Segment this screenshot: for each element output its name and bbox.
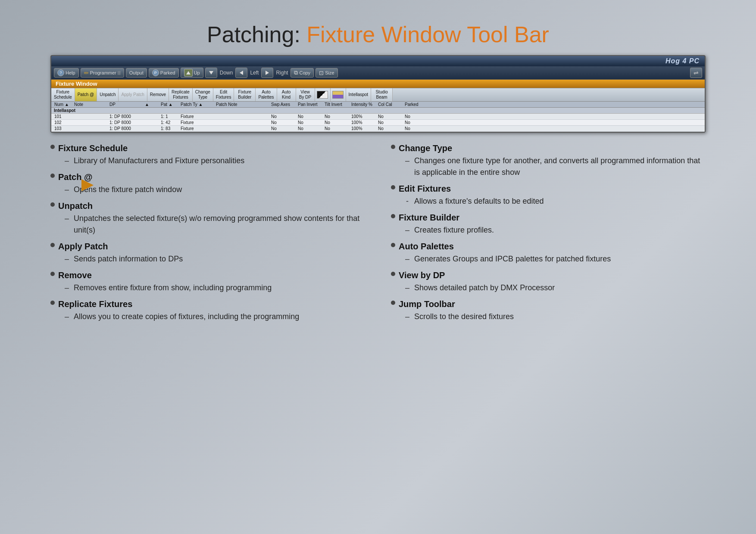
cell-patch-ty: Fixture xyxy=(179,120,214,125)
heading-auto-palettes: Auto Palettes xyxy=(399,240,454,252)
col-patch-ty[interactable]: Patch Ty ▲ xyxy=(179,102,214,107)
bullet-dot xyxy=(391,214,395,218)
dash-icon: – xyxy=(404,155,411,167)
left-column: Fixture Schedule – Library of Manufactur… xyxy=(50,142,365,327)
sub-auto-palettes: Generates Groups and IPCB palettes for p… xyxy=(414,253,611,265)
hog-main-toolbar: ? Help ✏ Programmer ||| Output P Parked xyxy=(51,66,705,80)
dash-icon: - xyxy=(404,196,411,207)
bullet-dot xyxy=(391,145,395,149)
color-swatch2-btn[interactable] xyxy=(331,88,346,101)
size-button[interactable]: ⊡ Size xyxy=(316,68,337,78)
programmer-indicator: ||| xyxy=(118,71,121,75)
col-dp-sort[interactable]: ▲ xyxy=(144,102,159,107)
fixture-data-area: Intellaspot 101 1: DP 8000 1: 1 Fixture … xyxy=(51,108,705,132)
auto-kind-btn[interactable]: AutoKind xyxy=(277,88,296,101)
col-col[interactable]: Col Cal xyxy=(377,102,403,107)
left-icon xyxy=(240,71,243,75)
column-headers: Num ▲ Note DP ▲ Pat ▲ Patch Ty ▲ Patch N… xyxy=(51,102,705,108)
programmer-button[interactable]: ✏ Programmer ||| xyxy=(81,68,124,78)
bullet-replicate: Replicate Fixtures – Allows you to creat… xyxy=(50,298,365,323)
cell-parked: No xyxy=(403,114,429,119)
bullet-dot xyxy=(50,202,55,207)
title-part1: Patching: xyxy=(207,22,300,47)
patch-arrow-indicator xyxy=(81,179,94,191)
programmer-label: Programmer xyxy=(90,70,116,75)
heading-change-type: Change Type xyxy=(399,142,452,154)
col-intensity[interactable]: Intensity % xyxy=(350,102,376,107)
col-parked[interactable]: Parked xyxy=(403,102,429,107)
cell-intensity: 100% xyxy=(350,114,376,119)
bullet-jump-toolbar: Jump Toolbar – Scrolls to the desired fi… xyxy=(391,298,706,323)
bullet-dot xyxy=(391,272,395,276)
down-label: Down xyxy=(220,70,233,76)
cell-tilt: No xyxy=(323,114,349,119)
unpatch-btn[interactable]: Unpatch xyxy=(97,88,119,101)
col-num[interactable]: Num ▲ xyxy=(53,102,72,107)
auto-palettes-btn[interactable]: AutoPalettes xyxy=(256,88,277,101)
col-patch-note[interactable]: Patch Note xyxy=(215,102,249,107)
heading-view-by-dp: View by DP xyxy=(399,269,445,281)
cell-dp: 1: DP 8000 xyxy=(108,120,143,125)
bullet-dot xyxy=(391,243,395,247)
bullet-fixture-builder: Fixture Builder – Creates fixture profil… xyxy=(391,211,706,236)
apply-patch-btn[interactable]: Apply Patch xyxy=(119,88,147,101)
cell-col: No xyxy=(377,114,403,119)
intellaspot-btn[interactable]: Intellaspot xyxy=(346,88,372,101)
sub-apply-patch: Sends patch information to DPs xyxy=(74,253,183,265)
fixture-schedule-btn[interactable]: FixtureSchedule xyxy=(51,88,75,101)
heading-jump-toolbar: Jump Toolbar xyxy=(399,298,455,310)
cell-patch-ty: Fixture xyxy=(179,126,214,131)
help-label: Help xyxy=(66,70,75,75)
cell-pan: No xyxy=(297,126,322,131)
output-button[interactable]: Output xyxy=(126,68,147,78)
col-dp[interactable]: DP xyxy=(108,102,143,107)
help-button[interactable]: ? Help xyxy=(54,68,79,78)
edit-fixtures-btn[interactable]: EditFixtures xyxy=(213,88,234,101)
up-label: Up xyxy=(194,70,200,75)
cell-col: No xyxy=(377,126,403,131)
bullet-dot xyxy=(50,301,55,305)
size-label: Size xyxy=(325,70,334,75)
left-button[interactable] xyxy=(235,68,247,78)
cell-pat: 1: 1 xyxy=(159,114,178,119)
sub-remove: Removes entire fixture from show, includ… xyxy=(74,282,272,294)
col-tilt[interactable]: Tilt Invert xyxy=(323,102,349,107)
dash-icon: – xyxy=(63,213,70,224)
replicate-fixtures-btn[interactable]: ReplicateFixtures xyxy=(169,88,193,101)
hog-titlebar: Hog 4 PC xyxy=(51,56,705,66)
change-type-btn[interactable]: ChangeType xyxy=(193,88,213,101)
cell-col: No xyxy=(377,120,403,125)
copy-label: Copy xyxy=(299,70,310,75)
bullet-apply-patch: Apply Patch – Sends patch information to… xyxy=(50,240,365,265)
table-row: 102 1: DP 8000 1: 42 Fixture No No No 10… xyxy=(51,120,705,126)
col-note[interactable]: Note xyxy=(73,102,107,107)
bullet-fixture-schedule: Fixture Schedule – Library of Manufactur… xyxy=(50,142,365,167)
fixture-builder-btn[interactable]: FixtureBuilder xyxy=(234,88,256,101)
col-swp[interactable]: Swp Axes xyxy=(270,102,296,107)
col-pan[interactable]: Pan Invert xyxy=(297,102,322,107)
right-button[interactable] xyxy=(261,68,273,78)
extra-button[interactable]: ⇌ xyxy=(690,68,702,78)
bullet-view-by-dp: View by DP – Shows detailed patch by DMX… xyxy=(391,269,706,294)
remove-btn[interactable]: Remove xyxy=(147,88,169,101)
right-label: Right xyxy=(276,70,288,76)
color-swatch1-btn[interactable] xyxy=(315,88,331,101)
parked-icon: P xyxy=(152,69,159,76)
table-row: 103 1: DP 8000 1: 83 Fixture No No No 10… xyxy=(51,126,705,132)
studio-beam-btn[interactable]: StudioBeam xyxy=(371,88,393,101)
col-pat[interactable]: Pat ▲ xyxy=(159,102,178,107)
cell-dp: 1: DP 8000 xyxy=(108,114,143,119)
bullet-dot xyxy=(50,243,55,247)
cell-pan: No xyxy=(297,120,322,125)
output-label: Output xyxy=(129,70,144,75)
patch-at-btn[interactable]: Patch @ xyxy=(75,88,97,101)
right-column: Change Type – Changes one fixture type f… xyxy=(391,142,706,327)
down-button[interactable] xyxy=(205,68,217,78)
up-button[interactable]: Up xyxy=(181,68,203,78)
parked-button[interactable]: P Parked xyxy=(149,68,179,78)
cell-parked: No xyxy=(403,126,429,131)
view-by-dp-btn[interactable]: ViewBy DP xyxy=(296,88,315,101)
cell-patch-ty: Fixture xyxy=(179,114,214,119)
sub-view-by-dp: Shows detailed patch by DMX Processor xyxy=(414,282,555,294)
copy-button[interactable]: ⧉ Copy xyxy=(291,68,314,78)
